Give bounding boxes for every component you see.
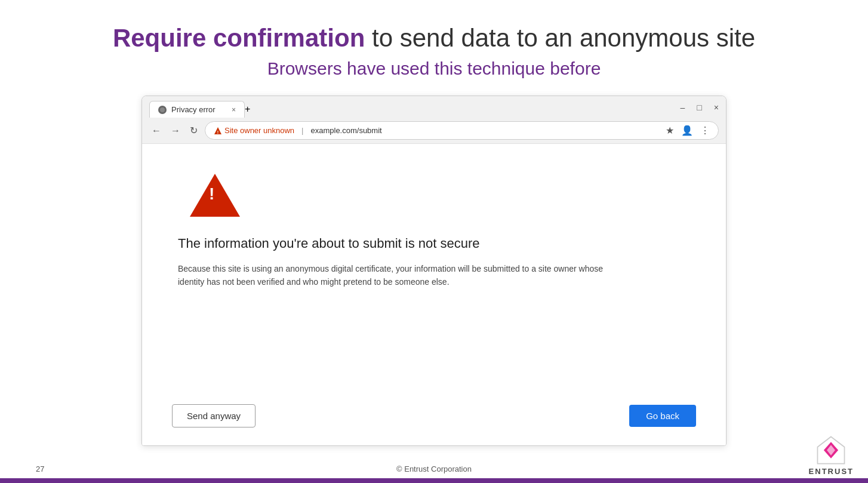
new-tab-icon[interactable]: + xyxy=(245,104,250,115)
tab-label: Privacy error xyxy=(171,105,216,114)
browser-titlebar: Privacy error × + – □ × xyxy=(142,96,726,118)
entrust-house-icon xyxy=(815,435,847,466)
browser-addressbar: ← → ↻ ! Site owner unknown | example.com… xyxy=(142,118,726,144)
warning-icon: ! xyxy=(214,127,222,135)
forward-button[interactable]: → xyxy=(168,124,183,137)
address-separator: | xyxy=(301,126,303,135)
window-controls: – □ × xyxy=(681,103,719,116)
tab-close-icon[interactable]: × xyxy=(232,106,236,114)
svg-point-0 xyxy=(160,107,165,112)
address-icons: ★ 👤 ⋮ xyxy=(666,125,710,136)
address-bar[interactable]: ! Site owner unknown | example.com/submi… xyxy=(205,121,719,140)
reload-button[interactable]: ↻ xyxy=(187,124,200,137)
browser-buttons: Send anyway Go back xyxy=(142,395,726,445)
browser-window: Privacy error × + – □ × ← → ↻ ! Si xyxy=(141,96,727,446)
warning-text: Site owner unknown xyxy=(224,126,294,135)
go-back-button[interactable]: Go back xyxy=(629,405,696,427)
page-number: 27 xyxy=(36,464,44,473)
maximize-button[interactable]: □ xyxy=(697,103,701,112)
send-anyway-button[interactable]: Send anyway xyxy=(172,404,256,427)
close-window-button[interactable]: × xyxy=(714,103,719,112)
slide-title: Require confirmation to send data to an … xyxy=(36,24,832,53)
browser-content: The information you're about to submit i… xyxy=(142,144,726,395)
slide-subtitle: Browsers have used this technique before xyxy=(36,59,832,79)
bottom-bar xyxy=(0,478,868,483)
tab-favicon-icon xyxy=(158,106,167,114)
entrust-logo: ENTRUST xyxy=(809,435,854,476)
browser-tab[interactable]: Privacy error × xyxy=(149,101,245,118)
error-heading: The information you're about to submit i… xyxy=(178,236,480,251)
main-content: Require confirmation to send data to an … xyxy=(0,0,868,458)
bookmark-icon[interactable]: ★ xyxy=(666,125,674,136)
footer-copyright: © Entrust Corporation xyxy=(396,464,472,473)
error-body: Because this site is using an anonymous … xyxy=(178,262,632,289)
security-warning: ! Site owner unknown xyxy=(214,126,294,135)
address-url: example.com/submit xyxy=(310,126,381,135)
profile-icon[interactable]: 👤 xyxy=(681,125,693,136)
back-button[interactable]: ← xyxy=(149,124,164,137)
slide-footer: 27 © Entrust Corporation xyxy=(0,464,868,473)
entrust-label: ENTRUST xyxy=(809,467,854,476)
title-normal: to send data to an anonymous site xyxy=(365,24,755,52)
menu-icon[interactable]: ⋮ xyxy=(700,125,710,136)
title-bold: Require confirmation xyxy=(113,24,365,52)
warning-triangle-icon xyxy=(190,174,240,217)
svg-text:!: ! xyxy=(217,130,218,134)
minimize-button[interactable]: – xyxy=(681,103,685,112)
